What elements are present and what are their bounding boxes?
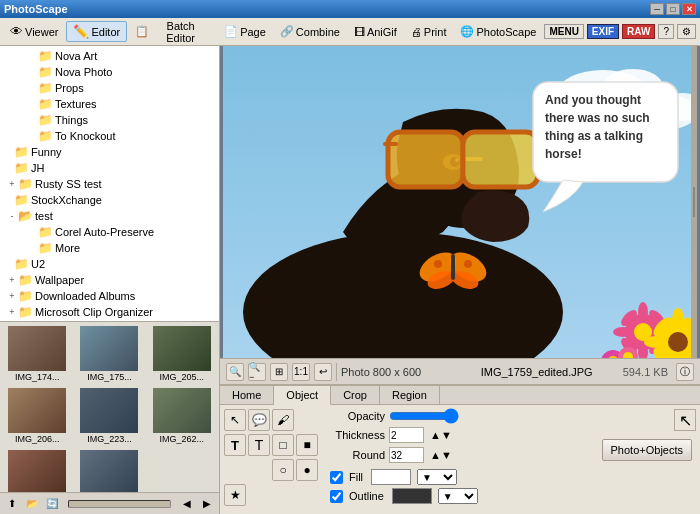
tree-toggle[interactable]: -: [6, 210, 18, 222]
tree-item-props[interactable]: 📁 Props: [2, 80, 217, 96]
fill-color-swatch[interactable]: [371, 469, 411, 485]
thumbnail-img264[interactable]: IMG_264...: [2, 448, 72, 492]
tree-item-test[interactable]: - 📂 test: [2, 208, 217, 224]
opacity-slider[interactable]: [389, 409, 459, 423]
filled-rectangle-button[interactable]: ■: [296, 434, 318, 456]
text-tool-button[interactable]: T: [224, 434, 246, 456]
fill-color-select[interactable]: ▼: [417, 469, 457, 485]
photo-objects-button[interactable]: Photo+Objects: [602, 439, 692, 461]
tree-item-corel[interactable]: 📁 Corel Auto-Preserve: [2, 224, 217, 240]
tree-item-stockxchange[interactable]: 📁 StockXchange: [2, 192, 217, 208]
tree-item-nova-art[interactable]: 📁 Nova Art: [2, 48, 217, 64]
round-input[interactable]: [389, 447, 424, 463]
thumb-image: [8, 388, 66, 433]
paint-button[interactable]: 🖌: [272, 409, 294, 431]
ellipse-tool-button[interactable]: ○: [272, 459, 294, 481]
tab-crop[interactable]: Crop: [331, 386, 380, 404]
svg-point-22: [672, 308, 684, 332]
maximize-button[interactable]: □: [666, 3, 680, 15]
tab-region[interactable]: Region: [380, 386, 440, 404]
image-area: And you thought there was no such thing …: [220, 46, 700, 358]
tree-item-jh[interactable]: 📁 JH: [2, 160, 217, 176]
prev-button[interactable]: ◀: [179, 496, 195, 512]
tab-page[interactable]: 📄 Page: [218, 23, 272, 40]
fill-checkbox[interactable]: [330, 471, 343, 484]
tab-editor[interactable]: ✏️ Editor: [66, 21, 127, 42]
folder-add-button[interactable]: 📂: [24, 496, 40, 512]
tree-item-textures[interactable]: 📁 Textures: [2, 96, 217, 112]
folder-icon: 📁: [38, 241, 53, 255]
tab-photoscape[interactable]: 🌐 PhotoScape: [454, 23, 542, 40]
filled-ellipse-button[interactable]: ●: [296, 459, 318, 481]
next-button[interactable]: ▶: [199, 496, 215, 512]
svg-text:And you thought: And you thought: [545, 93, 641, 107]
tree-item-rusty[interactable]: + 📁 Rusty SS test: [2, 176, 217, 192]
tree-item-u2[interactable]: 📁 U2: [2, 256, 217, 272]
rectangle-tool-button[interactable]: □: [272, 434, 294, 456]
thumbnail-area[interactable]: IMG_174... IMG_175... IMG_205... IMG_206…: [0, 322, 219, 492]
splitter-handle[interactable]: [691, 46, 697, 358]
tree-toggle[interactable]: +: [6, 290, 18, 302]
tab-combine[interactable]: 🔗 Combine: [274, 23, 346, 40]
tree-toggle[interactable]: +: [6, 306, 18, 318]
close-button[interactable]: ✕: [682, 3, 696, 15]
thumbnail-img262[interactable]: IMG_262...: [147, 386, 217, 446]
tree-item-wallpaper[interactable]: + 📁 Wallpaper: [2, 272, 217, 288]
undo-button[interactable]: ↩: [314, 363, 332, 381]
thumbnail-img205[interactable]: IMG_205...: [147, 324, 217, 384]
settings-btn[interactable]: ⚙: [677, 24, 696, 39]
help-btn[interactable]: ?: [658, 24, 674, 39]
star-button[interactable]: ★: [224, 484, 246, 506]
tab-viewer[interactable]: 👁 Viewer: [4, 22, 64, 41]
thumb-image: [8, 450, 66, 492]
info-button[interactable]: ⓘ: [676, 363, 694, 381]
tree-toggle[interactable]: +: [6, 178, 18, 190]
folder-icon: 📁: [38, 97, 53, 111]
refresh-button[interactable]: 🔄: [44, 496, 60, 512]
zoom-in-button[interactable]: 🔍: [226, 363, 244, 381]
speech-bubble-button[interactable]: 💬: [248, 409, 270, 431]
outline-color-select[interactable]: ▼: [438, 488, 478, 504]
fit-button[interactable]: ⊞: [270, 363, 288, 381]
tab-object[interactable]: Object: [274, 386, 331, 405]
zoom-slider[interactable]: [68, 500, 171, 508]
raw-btn[interactable]: RAW: [622, 24, 655, 39]
tree-item-mso[interactable]: + 📁 Microsoft Clip Organizer: [2, 304, 217, 320]
outline-checkbox[interactable]: [330, 490, 343, 503]
thickness-input[interactable]: [389, 427, 424, 443]
editor-icon: ✏️: [73, 24, 89, 39]
line-tool-button[interactable]: T: [248, 434, 270, 456]
tab-print[interactable]: 🖨 Print: [405, 24, 453, 40]
folder-up-button[interactable]: ⬆: [4, 496, 20, 512]
thumbnail-img277[interactable]: IMG_277...: [74, 448, 144, 492]
thumbnail-img174[interactable]: IMG_174...: [2, 324, 72, 384]
tab-home[interactable]: Home: [220, 386, 274, 404]
outline-color-swatch[interactable]: [392, 488, 432, 504]
tree-item-nova-photo[interactable]: 📁 Nova Photo: [2, 64, 217, 80]
exif-btn[interactable]: EXIF: [587, 24, 619, 39]
tree-item-things[interactable]: 📁 Things: [2, 112, 217, 128]
tab-batch-editor[interactable]: 📋 Batch Editor: [129, 18, 216, 46]
filesize-label: 594.1 KB: [623, 366, 668, 378]
folder-icon: 📁: [38, 81, 53, 95]
tree-item-funny[interactable]: 📁 Funny: [2, 144, 217, 160]
select-tool-button[interactable]: ↖: [224, 409, 246, 431]
tab-anigif[interactable]: 🎞 AniGif: [348, 24, 403, 40]
tree-item-downloaded[interactable]: + 📁 Downloaded Albums: [2, 288, 217, 304]
tree-item-more[interactable]: 📁 More: [2, 240, 217, 256]
actual-size-button[interactable]: 1:1: [292, 363, 310, 381]
fill-label: Fill: [349, 471, 363, 483]
minimize-button[interactable]: ─: [650, 3, 664, 15]
round-label: Round: [330, 449, 385, 461]
folder-tree[interactable]: 📁 Nova Art 📁 Nova Photo 📁 Props 📁 Textur…: [0, 46, 219, 322]
tree-toggle[interactable]: +: [6, 274, 18, 286]
menu-btn[interactable]: MENU: [544, 24, 583, 39]
thumbnail-img175[interactable]: IMG_175...: [74, 324, 144, 384]
tree-item-to-knockout[interactable]: 📁 To Knockout: [2, 128, 217, 144]
zoom-out-button[interactable]: 🔍−: [248, 363, 266, 381]
cursor-select-button[interactable]: ↖: [674, 409, 696, 431]
svg-rect-36: [451, 254, 455, 280]
thumbnail-img206[interactable]: IMG_206...: [2, 386, 72, 446]
thumbnail-img223[interactable]: IMG_223...: [74, 386, 144, 446]
window-controls[interactable]: ─ □ ✕: [650, 3, 696, 15]
